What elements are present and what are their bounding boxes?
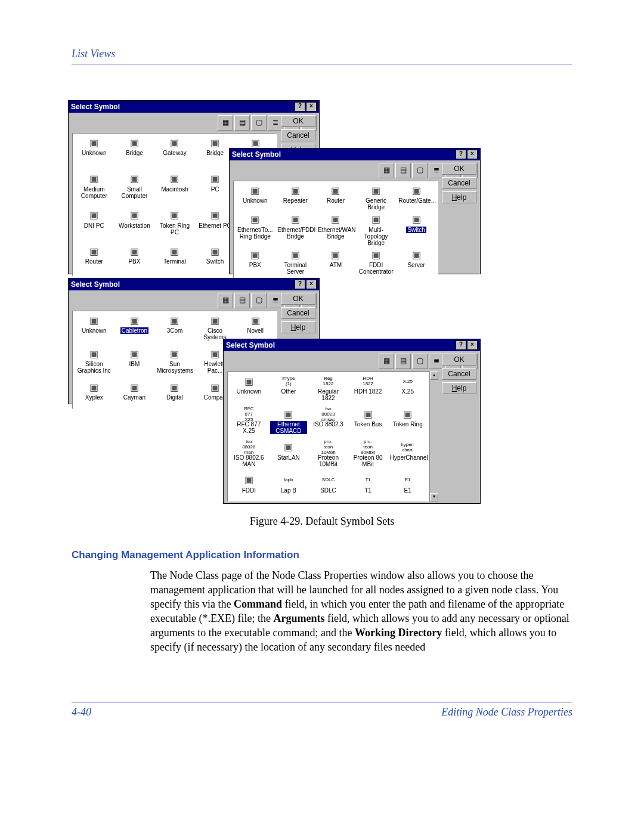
symbol-item[interactable]: pro-teon 80MbitProteon 80 MBit xyxy=(349,441,387,472)
cancel-button[interactable]: Cancel xyxy=(281,129,315,141)
toolbar-button[interactable]: ▢ xyxy=(412,163,428,178)
cancel-button[interactable]: Cancel xyxy=(281,307,315,319)
help-icon[interactable]: ? xyxy=(295,280,305,289)
symbol-item[interactable]: ▣Sun Microsystems xyxy=(156,347,194,379)
close-icon[interactable]: × xyxy=(306,102,317,112)
toolbar-button[interactable]: ▦ xyxy=(379,354,394,369)
help-icon[interactable]: ? xyxy=(456,340,466,350)
symbol-item[interactable]: ▣DNI PC xyxy=(75,209,113,244)
symbol-item[interactable]: ▣Router xyxy=(75,244,113,273)
symbol-item[interactable]: ▣Macintosh xyxy=(156,172,194,208)
symbol-item[interactable]: ▣Gateway xyxy=(156,136,194,171)
symbol-item[interactable]: ▣Ethernet/To... Ring Bridge xyxy=(236,213,274,247)
symbol-item[interactable]: iso 88026 manISO 8802.6 MAN xyxy=(230,441,268,472)
symbol-item[interactable]: ▣Router xyxy=(317,184,355,212)
ok-button[interactable]: OK xyxy=(442,354,476,366)
help-icon[interactable]: ? xyxy=(295,102,305,112)
scroll-down-icon[interactable]: ▾ xyxy=(430,493,438,501)
symbol-item[interactable]: ▣Switch xyxy=(196,244,234,273)
toolbar-button[interactable]: ▦ xyxy=(218,293,233,308)
help-button[interactable]: Help xyxy=(442,191,476,203)
symbol-item[interactable]: ▣Multi-Topology Bridge xyxy=(357,213,395,247)
symbol-item[interactable]: HDH 1822HDH 1822 xyxy=(349,374,387,406)
symbol-item[interactable]: ▣PBX xyxy=(236,248,274,276)
cancel-button[interactable]: Cancel xyxy=(442,368,476,380)
symbol-icon: E1 xyxy=(400,473,416,487)
symbol-item[interactable]: ▣Token Ring xyxy=(389,407,426,439)
toolbar-button[interactable]: ▤ xyxy=(395,163,411,178)
symbol-item[interactable]: SDLCSDLC xyxy=(309,473,347,498)
symbol-item[interactable]: ▣Bridge xyxy=(196,136,234,171)
symbol-item[interactable]: ▣FDDI xyxy=(230,473,268,498)
symbol-item[interactable]: ▣IBM xyxy=(116,347,154,379)
symbol-item[interactable]: ▣Digital xyxy=(156,380,194,406)
symbol-item[interactable]: ▣Token Ring PC xyxy=(156,209,194,244)
toolbar-button[interactable]: ▤ xyxy=(395,354,411,369)
symbol-item[interactable]: ▣Switch xyxy=(397,213,435,247)
symbol-item[interactable]: ▣Ethernet CSMACD xyxy=(270,407,308,439)
toolbar-button[interactable]: ▦ xyxy=(379,163,394,178)
ok-button[interactable]: OK xyxy=(281,115,315,127)
symbol-item[interactable]: ▣Unknown xyxy=(75,314,113,346)
help-icon[interactable]: ? xyxy=(456,150,466,159)
symbol-item[interactable]: ▣Terminal Server xyxy=(277,248,315,276)
symbol-item[interactable]: ▣FDDI Concentrator xyxy=(357,248,395,276)
symbol-item[interactable]: ▣Unknown xyxy=(230,374,268,406)
symbol-item[interactable]: X.25X.25 xyxy=(389,374,426,406)
symbol-item[interactable]: ▣Router/Gate... xyxy=(397,184,435,212)
symbol-item[interactable]: ▣Medium Computer xyxy=(75,172,113,208)
symbol-item[interactable]: ▣ATM xyxy=(317,248,355,276)
symbol-item[interactable]: RFC 877 X25RFC 877 X.25 xyxy=(230,407,268,439)
symbol-item[interactable]: lapbLap B xyxy=(270,473,308,498)
symbol-item[interactable]: ▣Workstation xyxy=(116,209,154,244)
symbol-item[interactable]: ▣3Com xyxy=(156,314,194,346)
symbol-item[interactable]: ▣Terminal xyxy=(156,244,194,273)
cancel-button[interactable]: Cancel xyxy=(442,177,476,189)
symbol-item[interactable]: T1T1 xyxy=(349,473,387,498)
symbol-item[interactable]: ▣Ethernet/FDDI Bridge xyxy=(277,213,315,247)
scroll-up-icon[interactable]: ▴ xyxy=(430,371,438,380)
symbol-item[interactable]: ▣Unknown xyxy=(75,136,113,171)
symbol-item[interactable]: ▣Token Bus xyxy=(349,407,387,439)
symbol-item[interactable]: ▣Repeater xyxy=(277,184,315,212)
symbol-item[interactable]: ▣Bridge xyxy=(116,136,154,171)
toolbar-button[interactable]: ▦ xyxy=(218,115,233,131)
symbol-item[interactable]: ▣StarLAN xyxy=(270,441,308,472)
scrollbar[interactable]: ▴ ▾ xyxy=(429,371,438,501)
close-icon[interactable]: × xyxy=(467,340,478,350)
toolbar-button[interactable]: ▢ xyxy=(251,293,267,308)
figure-stack: Select Symbol ? × ▦ ▤ ▢ ≣ ≡ ⊞ OK Cancel … xyxy=(68,100,572,506)
symbol-item[interactable]: ▣PBX xyxy=(116,244,154,273)
symbol-label: Router xyxy=(85,258,103,265)
help-button[interactable]: Help xyxy=(442,382,476,394)
symbol-item[interactable]: ▣Unknown xyxy=(236,184,274,212)
symbol-item[interactable]: ▣PC xyxy=(196,172,234,208)
ok-button[interactable]: OK xyxy=(281,293,315,305)
symbol-item[interactable]: ▣Xyplex xyxy=(75,380,113,406)
toolbar-button[interactable]: ▤ xyxy=(234,293,250,308)
close-icon[interactable]: × xyxy=(467,150,478,159)
toolbar-button[interactable]: ▢ xyxy=(412,354,428,369)
symbol-item[interactable]: E1E1 xyxy=(389,473,426,498)
symbol-item[interactable]: ▣Cayman xyxy=(116,380,154,406)
toolbar-button[interactable]: ▢ xyxy=(251,115,267,131)
ok-button[interactable]: OK xyxy=(442,163,476,175)
symbol-item[interactable]: ▣Cabletron xyxy=(116,314,154,346)
close-icon[interactable]: × xyxy=(306,280,317,289)
symbol-item[interactable]: ▣Ethernet/WAN Bridge xyxy=(317,213,355,247)
symbol-item[interactable]: ▣Generic Bridge xyxy=(357,184,395,212)
symbol-item[interactable]: ▣Silicon Graphics Inc xyxy=(75,347,113,379)
symbol-icon: ▣ xyxy=(247,136,263,149)
symbol-item[interactable]: ▣Small Computer xyxy=(116,172,154,208)
symbol-grid[interactable]: ▣UnknownifType (1)OtherReg 1822Regular 1… xyxy=(227,371,429,501)
help-button[interactable]: Help xyxy=(281,321,315,333)
symbol-item[interactable]: hyper-chanlHyperChannel xyxy=(389,441,426,472)
symbol-grid[interactable]: ▣Unknown▣Repeater▣Router▣Generic Bridge▣… xyxy=(233,181,438,279)
symbol-item[interactable]: iso 88023 cmsacISO 8802.3 xyxy=(309,407,347,439)
symbol-item[interactable]: pro-teon 10MbitProteon 10MBit xyxy=(309,441,347,472)
symbol-item[interactable]: ▣Server xyxy=(397,248,435,276)
symbol-item[interactable]: Reg 1822Regular 1822 xyxy=(309,374,347,406)
toolbar-button[interactable]: ▤ xyxy=(234,115,250,131)
symbol-item[interactable]: ifType (1)Other xyxy=(270,374,308,406)
symbol-item[interactable]: ▣Ethernet PC xyxy=(196,209,234,244)
